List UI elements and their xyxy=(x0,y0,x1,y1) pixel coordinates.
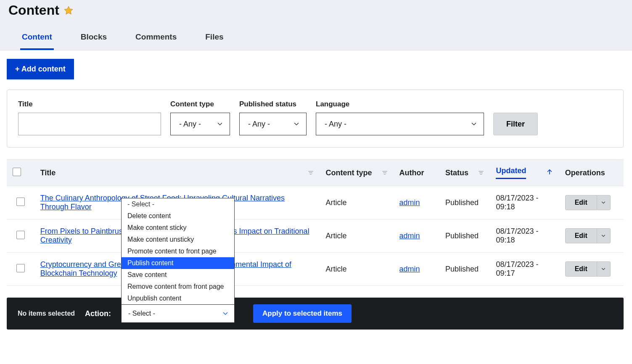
chevron-down-icon xyxy=(470,120,478,128)
add-content-button[interactable]: + Add content xyxy=(7,59,74,79)
author-link[interactable]: admin xyxy=(399,232,420,240)
col-operations-header: Operations xyxy=(565,169,605,177)
filter-language-label: Language xyxy=(316,100,484,108)
filter-title-input[interactable] xyxy=(18,113,161,135)
action-option[interactable]: Promote content to front page xyxy=(122,245,234,257)
filter-language-value: - Any - xyxy=(325,120,346,129)
bulk-actions-bar: No items selected Action: - Select -Dele… xyxy=(7,298,624,330)
status-cell: Published xyxy=(439,219,490,253)
edit-dropdown-button[interactable] xyxy=(597,229,610,243)
action-option[interactable]: Publish content xyxy=(122,257,234,269)
tab-content[interactable]: Content xyxy=(20,28,54,50)
action-option[interactable]: - Select - xyxy=(122,198,234,210)
updated-cell: 08/17/2023 - 09:18 xyxy=(490,219,559,253)
row-checkbox[interactable] xyxy=(16,264,25,272)
author-link[interactable]: admin xyxy=(399,265,420,273)
svg-marker-0 xyxy=(64,6,73,14)
action-label: Action: xyxy=(85,309,111,318)
author-link[interactable]: admin xyxy=(399,198,420,207)
action-option[interactable]: Make content unsticky xyxy=(122,234,234,245)
sort-icon xyxy=(308,170,314,176)
table-row: Cryptocurrency and Green Energy: Examini… xyxy=(7,253,624,286)
filter-language-select[interactable]: - Any - xyxy=(316,113,484,135)
updated-cell: 08/17/2023 - 09:17 xyxy=(490,253,559,286)
action-option[interactable]: Save content xyxy=(122,269,234,281)
action-option[interactable]: Remove content from front page xyxy=(122,281,234,293)
filter-button[interactable]: Filter xyxy=(493,113,538,135)
star-icon[interactable] xyxy=(63,5,74,16)
primary-tabs: ContentBlocksCommentsFiles xyxy=(8,28,624,50)
col-updated-header[interactable]: Updated xyxy=(496,166,526,179)
edit-dropdown-button[interactable] xyxy=(597,262,610,276)
filter-published-value: - Any - xyxy=(248,120,270,129)
sort-icon xyxy=(478,170,484,176)
edit-button[interactable]: Edit xyxy=(566,262,597,276)
updated-cell: 08/17/2023 - 09:18 xyxy=(490,186,559,219)
filter-content-type-value: - Any - xyxy=(179,120,201,129)
status-cell: Published xyxy=(439,253,490,286)
edit-button[interactable]: Edit xyxy=(566,229,597,243)
filter-published-select[interactable]: - Any - xyxy=(239,113,307,135)
table-row: The Culinary Anthropology of Street Food… xyxy=(7,186,624,219)
apply-button[interactable]: Apply to selected items xyxy=(253,304,352,323)
content-type-cell: Article xyxy=(320,253,393,286)
row-checkbox[interactable] xyxy=(16,231,25,239)
chevron-down-icon xyxy=(222,310,229,317)
col-author-header[interactable]: Author xyxy=(399,169,424,177)
arrow-up-icon xyxy=(546,168,553,178)
filter-content-type-label: Content type xyxy=(170,100,230,108)
content-type-cell: Article xyxy=(320,219,393,253)
action-dropdown-panel: - Select -Delete contentMake content sti… xyxy=(121,198,235,304)
filter-content-type-select[interactable]: - Any - xyxy=(170,113,230,135)
chevron-down-icon xyxy=(216,120,224,128)
col-status-header[interactable]: Status xyxy=(445,169,468,177)
action-option[interactable]: Unpublish content xyxy=(122,293,234,304)
edit-button[interactable]: Edit xyxy=(566,195,597,210)
status-cell: Published xyxy=(439,186,490,219)
filter-title-label: Title xyxy=(18,100,161,108)
tab-blocks[interactable]: Blocks xyxy=(79,28,108,50)
col-content-type-header[interactable]: Content type xyxy=(325,169,372,177)
filter-published-label: Published status xyxy=(239,100,307,108)
tab-files[interactable]: Files xyxy=(204,28,225,50)
no-items-selected-label: No items selected xyxy=(18,310,75,317)
table-row: From Pixels to Paintbrushes: The Rise of… xyxy=(7,219,624,253)
action-option[interactable]: Delete content xyxy=(122,210,234,222)
col-title-header[interactable]: Title xyxy=(40,169,56,177)
action-select[interactable]: - Select - xyxy=(121,304,235,323)
select-all-checkbox[interactable] xyxy=(13,168,21,176)
chevron-down-icon xyxy=(293,120,300,128)
filters-panel: Title Content type - Any - Published sta… xyxy=(7,90,624,148)
row-checkbox[interactable] xyxy=(16,198,25,206)
page-title: Content xyxy=(8,3,59,18)
content-table: Title Content type Author Status xyxy=(7,159,624,286)
action-option[interactable]: Make content sticky xyxy=(122,222,234,234)
edit-dropdown-button[interactable] xyxy=(597,195,610,210)
sort-icon xyxy=(382,170,388,176)
content-type-cell: Article xyxy=(320,186,393,219)
tab-comments[interactable]: Comments xyxy=(134,28,178,50)
action-select-value: - Select - xyxy=(128,310,155,317)
